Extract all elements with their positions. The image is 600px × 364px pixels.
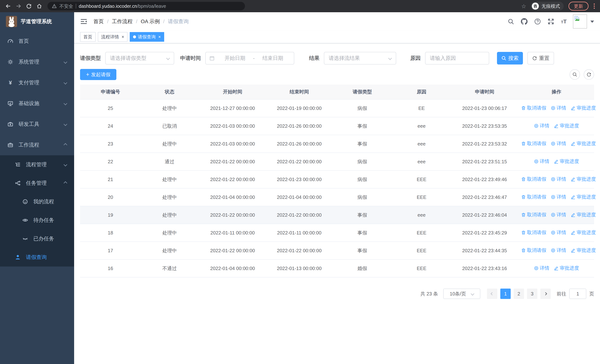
close-icon[interactable]: × (122, 35, 124, 39)
help-icon[interactable] (534, 18, 541, 25)
font-size-icon[interactable]: TT (561, 18, 567, 25)
op-cancel-link[interactable]: 取消请假 (521, 247, 546, 253)
cell-apply-time: 2022-01-22 23:53:35 (450, 117, 519, 135)
op-progress-link[interactable]: 审批进度 (571, 229, 596, 236)
breadcrumb-workflow[interactable]: 工作流程 (112, 18, 133, 25)
sidebar-item-todo-tasks[interactable]: 待办任务 (0, 211, 74, 229)
goto-label: 前往 (557, 291, 566, 297)
col-header-end: 结束时间 (267, 84, 332, 99)
op-detail-link[interactable]: 详情 (551, 212, 566, 218)
op-detail-link[interactable]: 详情 (551, 176, 566, 182)
github-icon[interactable] (521, 18, 527, 25)
cell-status: 处理中 (141, 188, 198, 206)
table-row: 19处理中2022-01-22 00:00:002022-01-22 00:00… (80, 206, 594, 224)
refresh-table-button[interactable] (584, 69, 594, 80)
cell-ops: 取消请假详情审批进度 (519, 170, 594, 188)
chevron-down-icon (64, 163, 67, 167)
leave-table: 申请编号 状态 开始时间 结束时间 请假类型 原因 申请时间 操作 25处理中2… (80, 84, 594, 278)
op-detail-link[interactable]: 详情 (551, 140, 566, 147)
sidebar-item-leave-query[interactable]: 请假查询 (0, 248, 74, 267)
page-button-3[interactable]: 3 (527, 289, 537, 299)
chevron-down-icon (64, 60, 67, 64)
op-detail-link[interactable]: 详情 (551, 229, 566, 236)
search-button[interactable]: 搜索 (497, 52, 523, 65)
browser-home-icon[interactable] (35, 2, 44, 10)
op-progress-link[interactable]: 审批进度 (571, 194, 596, 200)
person-icon (15, 254, 21, 260)
prev-page-button[interactable] (487, 289, 497, 299)
url-bar[interactable]: 不安全 dashboard.yudao.iocoder.cn/bpm/oa/le… (47, 2, 245, 10)
page-size-select[interactable]: 10条/页 (443, 289, 480, 299)
sidebar-item-workflow[interactable]: 工作流程 (0, 135, 74, 155)
breadcrumb-oa-example[interactable]: OA 示例 (141, 18, 160, 25)
logo-image (6, 16, 17, 27)
apply-time-range-picker[interactable]: 开始日期 - 结束日期 (205, 52, 294, 65)
op-detail-link[interactable]: 详情 (534, 265, 549, 271)
op-progress-link[interactable]: 审批进度 (554, 265, 579, 271)
sidebar-item-payment[interactable]: ¥ 支付管理 (0, 72, 74, 93)
op-detail-link[interactable]: 详情 (534, 158, 549, 165)
sidebar-item-process-mgmt[interactable]: 流程管理 (0, 155, 74, 174)
breadcrumb-home[interactable]: 首页 (94, 18, 104, 25)
pen-icon (571, 230, 576, 235)
avatar[interactable] (573, 14, 587, 28)
op-cancel-link[interactable]: 取消请假 (521, 229, 546, 236)
tag-leave-query[interactable]: 请假查询 × (130, 32, 164, 42)
sidebar-item-home[interactable]: 首页 (0, 31, 74, 52)
fullscreen-icon[interactable] (548, 18, 554, 25)
sidebar-item-my-process[interactable]: 我的流程 (0, 192, 74, 211)
result-select[interactable]: 请选择流结果 (324, 52, 396, 65)
cell-end-time: 2022-01-13 00:00:00 (267, 260, 332, 277)
reset-button[interactable]: 重置 (527, 52, 554, 65)
close-icon[interactable]: × (158, 35, 161, 39)
op-progress-link[interactable]: 审批进度 (571, 140, 596, 147)
sidebar-item-task-mgmt[interactable]: 任务管理 (0, 174, 74, 192)
chevron-down-icon (388, 56, 392, 60)
op-cancel-link[interactable]: 取消请假 (521, 105, 546, 111)
tag-process-detail[interactable]: 流程详情 × (98, 32, 128, 42)
sidebar-item-done-tasks[interactable]: 已办任务 (0, 229, 74, 248)
reason-input[interactable]: 请输入原因 (425, 52, 489, 65)
avatar-caret-icon[interactable] (590, 20, 594, 25)
op-progress-link[interactable]: 审批进度 (571, 176, 596, 182)
sidebar-item-devtools[interactable]: 研发工具 (0, 114, 74, 135)
table-toolbar: + 发起请假 (80, 69, 594, 80)
leave-type-select[interactable]: 请选择请假类型 (105, 52, 174, 65)
op-detail-link[interactable]: 详情 (551, 194, 566, 200)
browser-menu-icon[interactable] (594, 3, 595, 9)
op-detail-link[interactable]: 详情 (534, 122, 549, 129)
search-icon[interactable] (507, 18, 514, 25)
browser-back-icon[interactable] (4, 2, 13, 10)
browser-forward-icon[interactable] (14, 2, 23, 10)
op-cancel-link[interactable]: 取消请假 (521, 194, 546, 200)
sidebar-item-system[interactable]: 系统管理 (0, 52, 74, 72)
op-progress-link[interactable]: 审批进度 (554, 122, 579, 129)
sidebar-item-infra[interactable]: 基础设施 (0, 93, 74, 114)
goto-page-input[interactable] (569, 289, 586, 299)
op-cancel-link[interactable]: 取消请假 (521, 212, 546, 218)
op-detail-link[interactable]: 详情 (551, 247, 566, 253)
op-progress-link[interactable]: 审批进度 (571, 105, 596, 111)
page-button-1[interactable]: 1 (500, 289, 511, 299)
op-progress-link[interactable]: 审批进度 (554, 158, 579, 165)
hamburger-icon[interactable] (80, 18, 87, 25)
cell-reason: eee (393, 117, 450, 135)
op-progress-link[interactable]: 审批进度 (571, 247, 596, 253)
bookmark-star-icon[interactable]: ☆ (521, 3, 526, 9)
op-progress-link[interactable]: 审批进度 (571, 212, 596, 218)
create-leave-button[interactable]: + 发起请假 (80, 69, 116, 80)
browser-reload-icon[interactable] (24, 2, 33, 10)
toggle-search-button[interactable] (570, 69, 580, 80)
op-cancel-link[interactable]: 取消请假 (521, 140, 546, 147)
trash-icon (521, 106, 526, 111)
cell-end-time: 2022-01-19 00:00:00 (267, 99, 332, 117)
next-page-button[interactable] (540, 289, 551, 299)
app-logo[interactable]: 芋道管理系统 (0, 12, 74, 31)
page-button-2[interactable]: 2 (514, 289, 524, 299)
browser-update-button[interactable]: 更新 (569, 2, 589, 10)
start-date-input[interactable]: 开始日期 (217, 55, 252, 62)
op-cancel-link[interactable]: 取消请假 (521, 176, 546, 182)
end-date-input[interactable]: 结束日期 (255, 55, 290, 62)
op-detail-link[interactable]: 详情 (551, 105, 566, 111)
tag-home[interactable]: 首页 (80, 32, 96, 42)
